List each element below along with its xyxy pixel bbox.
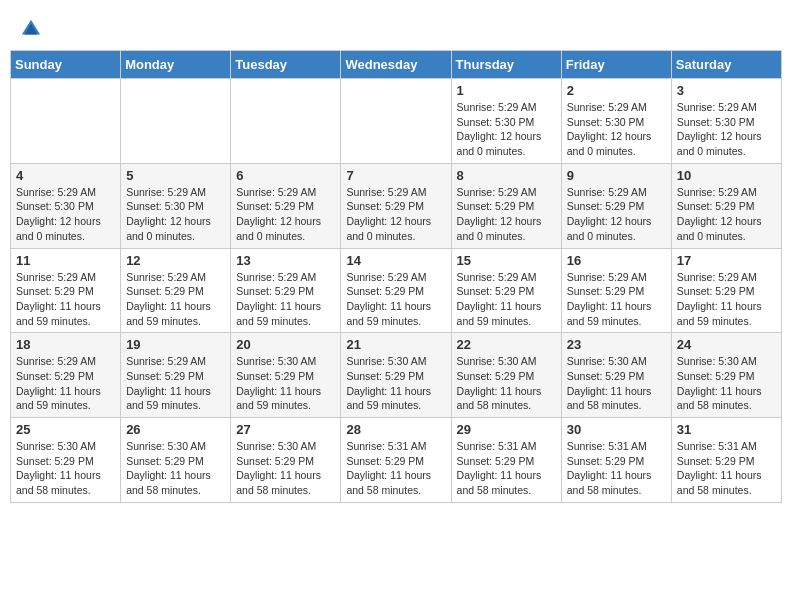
day-header-sunday: Sunday xyxy=(11,51,121,79)
day-number: 10 xyxy=(677,168,776,183)
day-number: 2 xyxy=(567,83,666,98)
calendar-cell: 12Sunrise: 5:29 AM Sunset: 5:29 PM Dayli… xyxy=(121,248,231,333)
day-info: Sunrise: 5:29 AM Sunset: 5:29 PM Dayligh… xyxy=(16,354,115,413)
calendar-cell: 8Sunrise: 5:29 AM Sunset: 5:29 PM Daylig… xyxy=(451,163,561,248)
calendar-header xyxy=(10,10,782,46)
day-number: 30 xyxy=(567,422,666,437)
logo xyxy=(20,18,46,40)
day-number: 21 xyxy=(346,337,445,352)
day-header-tuesday: Tuesday xyxy=(231,51,341,79)
calendar-cell: 29Sunrise: 5:31 AM Sunset: 5:29 PM Dayli… xyxy=(451,418,561,503)
calendar-cell: 21Sunrise: 5:30 AM Sunset: 5:29 PM Dayli… xyxy=(341,333,451,418)
day-info: Sunrise: 5:30 AM Sunset: 5:29 PM Dayligh… xyxy=(567,354,666,413)
calendar-cell: 18Sunrise: 5:29 AM Sunset: 5:29 PM Dayli… xyxy=(11,333,121,418)
day-number: 14 xyxy=(346,253,445,268)
day-info: Sunrise: 5:29 AM Sunset: 5:29 PM Dayligh… xyxy=(236,185,335,244)
day-info: Sunrise: 5:29 AM Sunset: 5:29 PM Dayligh… xyxy=(677,185,776,244)
day-number: 12 xyxy=(126,253,225,268)
calendar-cell xyxy=(121,79,231,164)
calendar-cell: 31Sunrise: 5:31 AM Sunset: 5:29 PM Dayli… xyxy=(671,418,781,503)
day-info: Sunrise: 5:29 AM Sunset: 5:30 PM Dayligh… xyxy=(457,100,556,159)
day-number: 13 xyxy=(236,253,335,268)
calendar-cell: 30Sunrise: 5:31 AM Sunset: 5:29 PM Dayli… xyxy=(561,418,671,503)
day-info: Sunrise: 5:29 AM Sunset: 5:29 PM Dayligh… xyxy=(457,270,556,329)
calendar-cell: 7Sunrise: 5:29 AM Sunset: 5:29 PM Daylig… xyxy=(341,163,451,248)
day-info: Sunrise: 5:29 AM Sunset: 5:30 PM Dayligh… xyxy=(16,185,115,244)
day-info: Sunrise: 5:29 AM Sunset: 5:29 PM Dayligh… xyxy=(346,270,445,329)
calendar-week-row: 18Sunrise: 5:29 AM Sunset: 5:29 PM Dayli… xyxy=(11,333,782,418)
day-number: 7 xyxy=(346,168,445,183)
day-number: 5 xyxy=(126,168,225,183)
calendar-cell: 1Sunrise: 5:29 AM Sunset: 5:30 PM Daylig… xyxy=(451,79,561,164)
day-number: 9 xyxy=(567,168,666,183)
day-info: Sunrise: 5:29 AM Sunset: 5:29 PM Dayligh… xyxy=(126,354,225,413)
day-header-wednesday: Wednesday xyxy=(341,51,451,79)
calendar-cell: 5Sunrise: 5:29 AM Sunset: 5:30 PM Daylig… xyxy=(121,163,231,248)
calendar-week-row: 4Sunrise: 5:29 AM Sunset: 5:30 PM Daylig… xyxy=(11,163,782,248)
day-header-thursday: Thursday xyxy=(451,51,561,79)
calendar-cell: 16Sunrise: 5:29 AM Sunset: 5:29 PM Dayli… xyxy=(561,248,671,333)
day-number: 16 xyxy=(567,253,666,268)
day-info: Sunrise: 5:31 AM Sunset: 5:29 PM Dayligh… xyxy=(457,439,556,498)
calendar-cell: 27Sunrise: 5:30 AM Sunset: 5:29 PM Dayli… xyxy=(231,418,341,503)
day-number: 8 xyxy=(457,168,556,183)
day-number: 25 xyxy=(16,422,115,437)
calendar-cell: 26Sunrise: 5:30 AM Sunset: 5:29 PM Dayli… xyxy=(121,418,231,503)
day-number: 17 xyxy=(677,253,776,268)
calendar-cell: 10Sunrise: 5:29 AM Sunset: 5:29 PM Dayli… xyxy=(671,163,781,248)
calendar-week-row: 11Sunrise: 5:29 AM Sunset: 5:29 PM Dayli… xyxy=(11,248,782,333)
calendar-week-row: 1Sunrise: 5:29 AM Sunset: 5:30 PM Daylig… xyxy=(11,79,782,164)
day-number: 15 xyxy=(457,253,556,268)
day-info: Sunrise: 5:30 AM Sunset: 5:29 PM Dayligh… xyxy=(126,439,225,498)
day-number: 29 xyxy=(457,422,556,437)
calendar-table: SundayMondayTuesdayWednesdayThursdayFrid… xyxy=(10,50,782,503)
calendar-header-row: SundayMondayTuesdayWednesdayThursdayFrid… xyxy=(11,51,782,79)
calendar-cell: 24Sunrise: 5:30 AM Sunset: 5:29 PM Dayli… xyxy=(671,333,781,418)
day-number: 23 xyxy=(567,337,666,352)
day-number: 26 xyxy=(126,422,225,437)
calendar-cell: 11Sunrise: 5:29 AM Sunset: 5:29 PM Dayli… xyxy=(11,248,121,333)
day-number: 28 xyxy=(346,422,445,437)
day-info: Sunrise: 5:30 AM Sunset: 5:29 PM Dayligh… xyxy=(236,439,335,498)
calendar-cell: 19Sunrise: 5:29 AM Sunset: 5:29 PM Dayli… xyxy=(121,333,231,418)
day-info: Sunrise: 5:29 AM Sunset: 5:30 PM Dayligh… xyxy=(567,100,666,159)
day-number: 31 xyxy=(677,422,776,437)
calendar-cell: 20Sunrise: 5:30 AM Sunset: 5:29 PM Dayli… xyxy=(231,333,341,418)
logo-icon xyxy=(20,18,42,40)
day-number: 20 xyxy=(236,337,335,352)
day-info: Sunrise: 5:29 AM Sunset: 5:29 PM Dayligh… xyxy=(236,270,335,329)
day-number: 19 xyxy=(126,337,225,352)
calendar-cell: 25Sunrise: 5:30 AM Sunset: 5:29 PM Dayli… xyxy=(11,418,121,503)
day-number: 6 xyxy=(236,168,335,183)
calendar-cell xyxy=(231,79,341,164)
day-number: 24 xyxy=(677,337,776,352)
day-info: Sunrise: 5:30 AM Sunset: 5:29 PM Dayligh… xyxy=(16,439,115,498)
calendar-cell: 17Sunrise: 5:29 AM Sunset: 5:29 PM Dayli… xyxy=(671,248,781,333)
day-info: Sunrise: 5:30 AM Sunset: 5:29 PM Dayligh… xyxy=(346,354,445,413)
day-info: Sunrise: 5:29 AM Sunset: 5:29 PM Dayligh… xyxy=(346,185,445,244)
day-info: Sunrise: 5:29 AM Sunset: 5:29 PM Dayligh… xyxy=(16,270,115,329)
calendar-cell: 14Sunrise: 5:29 AM Sunset: 5:29 PM Dayli… xyxy=(341,248,451,333)
day-info: Sunrise: 5:29 AM Sunset: 5:29 PM Dayligh… xyxy=(457,185,556,244)
calendar-cell: 28Sunrise: 5:31 AM Sunset: 5:29 PM Dayli… xyxy=(341,418,451,503)
day-info: Sunrise: 5:30 AM Sunset: 5:29 PM Dayligh… xyxy=(677,354,776,413)
day-info: Sunrise: 5:30 AM Sunset: 5:29 PM Dayligh… xyxy=(457,354,556,413)
day-info: Sunrise: 5:31 AM Sunset: 5:29 PM Dayligh… xyxy=(567,439,666,498)
day-info: Sunrise: 5:29 AM Sunset: 5:29 PM Dayligh… xyxy=(567,185,666,244)
day-number: 3 xyxy=(677,83,776,98)
calendar-cell: 2Sunrise: 5:29 AM Sunset: 5:30 PM Daylig… xyxy=(561,79,671,164)
calendar-cell: 6Sunrise: 5:29 AM Sunset: 5:29 PM Daylig… xyxy=(231,163,341,248)
calendar-cell xyxy=(341,79,451,164)
calendar-cell: 15Sunrise: 5:29 AM Sunset: 5:29 PM Dayli… xyxy=(451,248,561,333)
day-number: 1 xyxy=(457,83,556,98)
day-header-friday: Friday xyxy=(561,51,671,79)
day-info: Sunrise: 5:29 AM Sunset: 5:29 PM Dayligh… xyxy=(126,270,225,329)
day-header-saturday: Saturday xyxy=(671,51,781,79)
calendar-cell: 4Sunrise: 5:29 AM Sunset: 5:30 PM Daylig… xyxy=(11,163,121,248)
calendar-cell: 13Sunrise: 5:29 AM Sunset: 5:29 PM Dayli… xyxy=(231,248,341,333)
day-info: Sunrise: 5:29 AM Sunset: 5:29 PM Dayligh… xyxy=(567,270,666,329)
day-info: Sunrise: 5:30 AM Sunset: 5:29 PM Dayligh… xyxy=(236,354,335,413)
day-info: Sunrise: 5:29 AM Sunset: 5:30 PM Dayligh… xyxy=(126,185,225,244)
calendar-week-row: 25Sunrise: 5:30 AM Sunset: 5:29 PM Dayli… xyxy=(11,418,782,503)
day-number: 18 xyxy=(16,337,115,352)
